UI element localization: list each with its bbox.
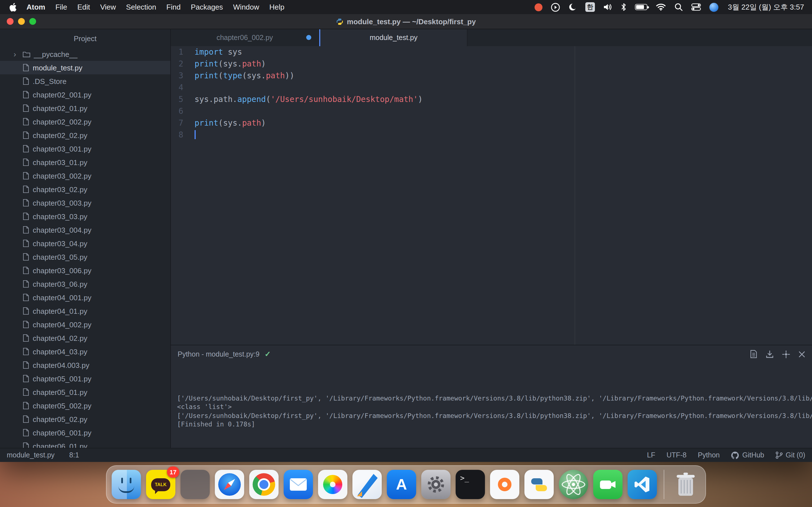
volume-icon[interactable] xyxy=(603,3,612,11)
tree-item[interactable]: › chapter03_03.py xyxy=(0,210,170,223)
do-not-disturb-moon-icon[interactable] xyxy=(568,3,577,11)
menubar-item[interactable]: Window xyxy=(228,3,264,11)
tree-item[interactable]: › chapter05_02.py xyxy=(0,412,170,426)
dock-facetime-icon[interactable] xyxy=(593,470,622,499)
tree-item[interactable]: › chapter04_001.py xyxy=(0,291,170,304)
tree-item[interactable]: › module_test.py xyxy=(0,61,170,74)
close-panel-icon[interactable] xyxy=(799,351,805,357)
dock-chrome-icon[interactable] xyxy=(249,470,278,499)
tree-item[interactable]: › __pycache__ xyxy=(0,47,170,61)
wifi-icon[interactable] xyxy=(656,3,666,11)
recording-indicator-icon[interactable] xyxy=(535,3,543,11)
code-line[interactable]: 3 print(type(sys.path)) xyxy=(171,70,812,82)
window-titlebar[interactable]: module_test.py — ~/Desktop/first_py xyxy=(0,14,812,29)
dock-launchpad-icon[interactable] xyxy=(181,470,210,499)
tree-item[interactable]: › chapter03_001.py xyxy=(0,142,170,156)
tree-item[interactable]: › chapter03_01.py xyxy=(0,156,170,169)
chevron-right-icon[interactable]: › xyxy=(13,50,19,58)
save-output-icon[interactable] xyxy=(766,350,774,358)
siri-icon[interactable] xyxy=(709,3,718,11)
menubar-item[interactable]: Help xyxy=(264,3,290,11)
dock-terminal-icon[interactable]: >_ xyxy=(456,470,485,499)
script-output[interactable]: ['/Users/sunhobaik/Desktop/first_py', '/… xyxy=(171,363,812,448)
tree-item[interactable]: › chapter02_002.py xyxy=(0,115,170,128)
menubar-item[interactable]: Selection xyxy=(121,3,161,11)
menubar-item[interactable]: Packages xyxy=(186,3,228,11)
statusbar-grammar[interactable]: Python xyxy=(698,451,720,459)
tree-item[interactable]: › chapter03_002.py xyxy=(0,169,170,182)
dock-python-idle-icon[interactable] xyxy=(524,470,554,499)
tree-item[interactable]: › .DS_Store xyxy=(0,74,170,88)
statusbar-line-ending[interactable]: LF xyxy=(647,451,655,459)
tree-item[interactable]: › chapter04_01.py xyxy=(0,304,170,318)
file-icon xyxy=(22,77,29,85)
code-line[interactable]: 4 xyxy=(171,82,812,94)
code-line[interactable]: 5 sys.path.append('/Users/sunhobaik/Desk… xyxy=(171,94,812,105)
menubar-item[interactable]: Find xyxy=(161,3,186,11)
dock-app-store-icon[interactable]: A xyxy=(387,470,416,499)
tree-item[interactable]: › chapter03_05.py xyxy=(0,250,170,264)
dock-mail-icon[interactable] xyxy=(284,470,313,499)
input-source-icon[interactable]: 한 xyxy=(585,2,595,12)
project-tree[interactable]: › __pycache__ › xyxy=(0,47,170,448)
code-line[interactable]: 6 xyxy=(171,105,812,117)
menubar-item[interactable]: File xyxy=(50,3,72,11)
minimize-window-button[interactable] xyxy=(18,18,25,25)
tree-item[interactable]: › chapter03_06.py xyxy=(0,277,170,291)
code-line[interactable]: 7 print(sys.path) xyxy=(171,117,812,129)
pin-output-icon[interactable] xyxy=(782,350,790,358)
statusbar-cursor-position[interactable]: 8:1 xyxy=(69,451,79,459)
tree-item[interactable]: › chapter04_02.py xyxy=(0,331,170,345)
github-button[interactable]: GitHub xyxy=(731,451,764,459)
tree-item[interactable]: › chapter04_002.py xyxy=(0,318,170,331)
tree-item[interactable]: › chapter03_004.py xyxy=(0,223,170,237)
tree-item[interactable]: › chapter03_02.py xyxy=(0,182,170,196)
menubar-item[interactable]: View xyxy=(95,3,121,11)
tab-chapter06_002[interactable]: chapter06_002.py xyxy=(171,29,319,46)
control-center-icon[interactable] xyxy=(691,3,701,11)
bluetooth-icon[interactable] xyxy=(621,3,626,11)
battery-icon[interactable] xyxy=(635,4,647,10)
tree-item[interactable]: › chapter03_003.py xyxy=(0,196,170,210)
play-circle-icon[interactable] xyxy=(551,3,560,11)
dock-vscode-icon[interactable] xyxy=(627,470,657,499)
window-main: Project › __pycache__ xyxy=(0,29,812,448)
statusbar-filename[interactable]: module_test.py xyxy=(7,451,55,459)
dock-system-preferences-icon[interactable] xyxy=(421,470,451,499)
dock-photos-icon[interactable] xyxy=(318,470,347,499)
dock-atom-icon[interactable] xyxy=(559,470,588,499)
code-line[interactable]: 8 xyxy=(171,129,812,141)
dock-pages-icon[interactable] xyxy=(352,470,382,499)
spotlight-search-icon[interactable] xyxy=(674,3,683,11)
tree-item[interactable]: › chapter06_001.py xyxy=(0,426,170,439)
tree-item[interactable]: › chapter06_01.py xyxy=(0,439,170,448)
zoom-window-button[interactable] xyxy=(29,18,36,25)
git-button[interactable]: Git (0) xyxy=(776,451,805,459)
tree-item[interactable]: › chapter02_02.py xyxy=(0,128,170,142)
dock-trash-icon[interactable] xyxy=(671,470,700,499)
code-line[interactable]: 1 import sys xyxy=(171,46,812,58)
statusbar-encoding[interactable]: UTF-8 xyxy=(666,451,687,459)
close-window-button[interactable] xyxy=(7,18,13,25)
tree-item[interactable]: › chapter05_01.py xyxy=(0,385,170,399)
tree-item[interactable]: › chapter02_01.py xyxy=(0,101,170,115)
dock-finder-icon[interactable] xyxy=(112,470,141,499)
tree-item[interactable]: › chapter04_03.py xyxy=(0,345,170,358)
dock-kakaotalk-icon[interactable]: TALK 17 xyxy=(146,470,175,499)
tree-item[interactable]: › chapter05_002.py xyxy=(0,399,170,412)
tab-module_test[interactable]: module_test.py xyxy=(319,29,467,46)
apple-menu[interactable] xyxy=(8,3,21,11)
tree-item[interactable]: › chapter03_04.py xyxy=(0,237,170,250)
dock-safari-icon[interactable] xyxy=(215,470,244,499)
copy-output-icon[interactable] xyxy=(750,350,757,358)
menubar-item[interactable]: Edit xyxy=(72,3,95,11)
tree-item[interactable]: › chapter04.003.py xyxy=(0,358,170,372)
code-line[interactable]: 2 print(sys.path) xyxy=(171,58,812,70)
tree-item[interactable]: › chapter05_001.py xyxy=(0,372,170,385)
dock-orange-circle-app-icon[interactable] xyxy=(490,470,519,499)
tree-item[interactable]: › chapter02_001.py xyxy=(0,88,170,101)
text-editor[interactable]: 1 import sys 2 print(sys.path) 3 print(t… xyxy=(171,46,812,345)
menubar-clock[interactable]: 3월 22일 (월) 오후 3:57 xyxy=(728,2,804,12)
menubar-app-name[interactable]: Atom xyxy=(21,3,50,11)
tree-item[interactable]: › chapter03_006.py xyxy=(0,264,170,277)
